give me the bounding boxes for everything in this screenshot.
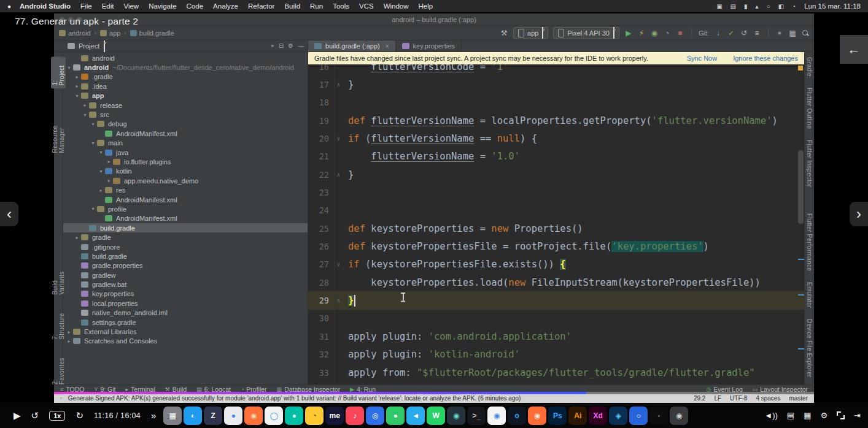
device-dropdown[interactable]: Pixel 4 API 30 ▾ — [553, 27, 619, 39]
tool-stripe-gradle[interactable]: Gradle — [806, 57, 813, 77]
dock-teal-app-icon[interactable]: ● — [285, 407, 303, 425]
menu-item-file[interactable]: File — [80, 2, 92, 10]
tree-item-main[interactable]: ▾main — [63, 139, 308, 148]
tool-stripe-flutter-performance[interactable]: Flutter Performance — [806, 213, 813, 271]
status-widget-lf[interactable]: LF — [714, 395, 721, 402]
debug-icon[interactable]: ◉ — [650, 29, 659, 37]
git-diff-icon[interactable]: ≡ — [753, 29, 761, 37]
dock-photoshop-icon[interactable]: Ps — [548, 407, 567, 425]
code-line-32[interactable]: 32apply plugin: 'kotlin-android' — [308, 346, 804, 364]
hide-panel-icon[interactable]: — — [298, 42, 304, 50]
dock-meedu-icon[interactable]: me — [325, 407, 344, 425]
menu-item-refactor[interactable]: Refactor — [248, 2, 274, 10]
tree-item-androidmanifest-xml[interactable]: AndroidManifest.xml — [63, 214, 308, 223]
code-line-19[interactable]: 19def flutterVersionName = localProperti… — [308, 112, 804, 129]
user-icon[interactable]: ◔ — [792, 3, 796, 10]
tree-item-build-gradle[interactable]: build.gradle — [63, 223, 308, 232]
tree-item-androidmanifest-xml[interactable]: AndroidManifest.xml — [63, 195, 308, 204]
dock-search-app-icon[interactable]: ○ — [629, 407, 648, 425]
tool-stripe-7-structure[interactable]: 7: Structure — [52, 308, 65, 340]
dock-green-app-icon[interactable]: ● — [386, 407, 405, 425]
tree-item-gradlew[interactable]: gradlew — [63, 270, 308, 280]
code-line-29[interactable]: 29∧} — [308, 291, 804, 309]
run-button[interactable]: ▶ — [624, 29, 633, 37]
tree-item-local-properties[interactable]: local.properties — [63, 299, 308, 308]
tree-toggle-icon[interactable]: ▸ — [66, 338, 72, 344]
tree-item-gradle[interactable]: ▸gradle — [63, 232, 308, 242]
fold-icon[interactable]: ∧ — [329, 297, 348, 304]
code-line-24[interactable]: 24 — [308, 202, 804, 220]
git-commit-icon[interactable]: ✓ — [727, 29, 735, 37]
pin-icon[interactable]: ⌖ — [775, 29, 784, 37]
search-icon[interactable]: ○ — [767, 3, 770, 10]
tree-item-build-gradle[interactable]: build.gradle — [63, 251, 308, 261]
menu-item-tools[interactable]: Tools — [333, 2, 349, 10]
git-history-icon[interactable]: ↺ — [740, 29, 748, 37]
battery-icon[interactable]: ▮ — [744, 3, 748, 10]
dock-code-icon[interactable]: o — [508, 407, 526, 425]
back-button[interactable]: ← — [840, 35, 868, 64]
menu-item-help[interactable]: Help — [419, 2, 433, 10]
dock-illustrator-icon[interactable]: Ai — [568, 407, 587, 425]
code-line-23[interactable]: 23 — [308, 183, 804, 201]
dock-whatsapp-icon[interactable]: W — [427, 407, 445, 425]
dock-archive-icon[interactable]: Z — [204, 407, 222, 425]
menu-item-edit[interactable]: Edit — [102, 2, 114, 10]
code-line-21[interactable]: 21 flutterVersionName = '1.0' — [308, 148, 804, 166]
tree-toggle-icon[interactable]: ▾ — [74, 93, 80, 99]
menu-item-code[interactable]: Code — [187, 2, 204, 10]
tool-stripe-flutter-inspector[interactable]: Flutter Inspector — [806, 140, 813, 187]
menu-item-view[interactable]: View — [123, 2, 139, 10]
layout-grid-icon[interactable]: ▦ — [788, 29, 797, 37]
code-line-22[interactable]: 22∧} — [308, 166, 804, 183]
profiler-icon[interactable]: ◔ — [663, 29, 672, 37]
tree-toggle-icon[interactable]: ▸ — [98, 188, 104, 193]
dock-chrome-icon[interactable]: ◉ — [487, 407, 506, 425]
dock-postman-icon[interactable]: ◉ — [528, 407, 546, 425]
tree-item-kotlin[interactable]: ▾kotlin — [63, 167, 308, 176]
dock-terminal-icon[interactable]: >_ — [467, 407, 486, 425]
dock-emoji-app-icon[interactable]: ◔ — [305, 407, 324, 425]
dock-browser-icon[interactable]: ● — [224, 407, 242, 425]
tree-item-gradle-properties[interactable]: gradle.properties — [63, 261, 308, 270]
apply-changes-icon[interactable]: ⚡ — [637, 29, 646, 37]
dock-launchpad-icon[interactable]: ▦ — [163, 407, 182, 425]
dock-xd-icon[interactable]: Xd — [589, 407, 607, 425]
code-area[interactable]: 16 flutterVersionCode = '1'17∧}1819def f… — [308, 52, 804, 384]
tree-item-gradle[interactable]: ▸.gradle — [63, 72, 308, 82]
menu-item-window[interactable]: Window — [384, 2, 409, 10]
menu-clock[interactable]: Lun 15 mar. 11:18 — [804, 2, 861, 10]
tree-toggle-icon[interactable]: ▾ — [90, 140, 96, 146]
tree-item-src[interactable]: ▾src — [63, 110, 308, 119]
breadcrumb-item-android[interactable]: android — [68, 29, 91, 37]
tree-item-java[interactable]: ▾java — [63, 148, 308, 157]
run-config-dropdown[interactable]: app ▾ — [513, 27, 548, 39]
tool-stripe-1-project[interactable]: 1: Project — [51, 57, 66, 89]
status-widget-29-2[interactable]: 29:2 — [694, 395, 705, 402]
dock-music-icon[interactable]: ♪ — [346, 407, 364, 425]
tool-stripe-build-variants[interactable]: Build Variants — [52, 258, 65, 295]
tree-toggle-icon[interactable]: ▾ — [82, 112, 88, 118]
next-lesson-chevron[interactable]: › — [850, 202, 868, 226]
editor-scrollbar[interactable] — [797, 64, 804, 384]
status-widget-4-spaces[interactable]: 4 spaces — [756, 395, 780, 402]
tree-item-res[interactable]: ▸res — [63, 185, 308, 194]
wifi-icon[interactable]: ▴ — [756, 3, 759, 10]
tree-item-gitignore[interactable]: .gitignore — [63, 242, 308, 251]
keyboard-icon[interactable]: ▦ — [804, 411, 811, 420]
ignore-changes-link[interactable]: Ignore these changes — [733, 55, 798, 62]
fold-icon[interactable]: ∨ — [329, 261, 348, 267]
locate-file-icon[interactable]: ⌖ — [271, 42, 274, 50]
search-everywhere-icon[interactable] — [802, 29, 809, 37]
tree-item-settings-gradle[interactable]: settings.gradle — [63, 318, 308, 327]
dock-telegram-icon[interactable]: ◄ — [406, 407, 425, 425]
dock-camera-icon[interactable]: ◉ — [670, 407, 688, 425]
tree-item-idea[interactable]: ▸.idea — [63, 82, 308, 91]
menu-item-analyze[interactable]: Analyze — [213, 2, 238, 10]
code-line-17[interactable]: 17∧} — [308, 75, 804, 93]
dock-firefox-icon[interactable]: ◉ — [244, 407, 263, 425]
settings-gear-icon[interactable]: ⚙ — [288, 42, 293, 50]
fold-icon[interactable]: ∨ — [329, 136, 348, 142]
tool-stripe-device-file-explorer[interactable]: Device File Explorer — [806, 319, 813, 377]
tree-item-profile[interactable]: ▾profile — [63, 204, 308, 213]
